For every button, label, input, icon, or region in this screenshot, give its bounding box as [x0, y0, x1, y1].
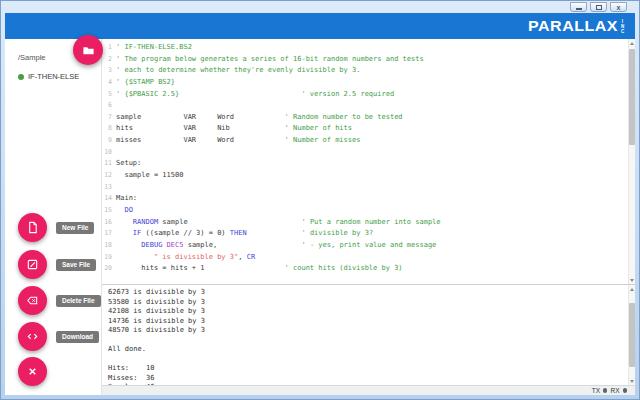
window-close-button[interactable]: x: [610, 2, 627, 12]
code-line[interactable]: 1' IF-THEN-ELSE.BS2: [102, 42, 635, 54]
save-file-fab[interactable]: [18, 250, 47, 279]
code-line[interactable]: 20 hits = hits + 1 ' count hits (divisbl…: [102, 263, 635, 275]
code-line[interactable]: 3' each to determine whether they're eve…: [102, 65, 635, 77]
app-window: x PARALLAX INC /Sample IF-THEN-ELSE: [0, 0, 640, 400]
code-line[interactable]: 15 DO: [102, 205, 635, 217]
code-line[interactable]: 11Setup:: [102, 158, 635, 170]
line-text: IF ((sample // 3) = 0) THEN ' divisible …: [116, 228, 373, 240]
tx-led-icon: [603, 388, 608, 393]
line-number: 6: [102, 100, 112, 112]
console-scroll-up-arrow[interactable]: [629, 285, 635, 293]
line-number: 11: [102, 158, 112, 170]
code-line[interactable]: 18 DEBUG DEC5 sample, ' - yes, print val…: [102, 240, 635, 252]
line-number: 10: [102, 147, 112, 159]
new-file-fab[interactable]: [18, 213, 47, 242]
window-controls: x: [570, 2, 627, 12]
delete-file-fab[interactable]: [18, 286, 47, 315]
console-line: [108, 336, 635, 346]
file-item-if-then-else[interactable]: IF-THEN-ELSE: [18, 72, 101, 81]
line-number: 14: [102, 193, 112, 205]
app-header: PARALLAX INC: [5, 13, 635, 39]
triangle-up-icon: [630, 288, 634, 291]
console-line: All done.: [108, 345, 635, 355]
line-number: 2: [102, 54, 112, 66]
line-number: 5: [102, 89, 112, 101]
close-button[interactable]: [18, 357, 47, 386]
code-line[interactable]: 8hits VAR Nib ' Number of hits: [102, 123, 635, 135]
line-number: 20: [102, 263, 112, 275]
brand-inc-text: INC: [620, 19, 625, 34]
file-active-dot-icon: [18, 74, 24, 80]
save-file-icon: [26, 258, 39, 271]
sidebar: /Sample IF-THEN-ELSE New File: [5, 39, 101, 395]
window-minimize-button[interactable]: [570, 2, 587, 12]
line-text: Main:: [116, 193, 137, 205]
new-file-label: New File: [56, 222, 94, 234]
triangle-up-icon: [630, 42, 634, 45]
folder-icon: [82, 44, 95, 57]
console-line: 53580 is divisible by 3: [108, 298, 635, 308]
code-lines: 1' IF-THEN-ELSE.BS22' The program below …: [102, 39, 635, 275]
file-name: IF-THEN-ELSE: [28, 72, 79, 81]
debug-console[interactable]: 62673 is divisible by 353580 is divisibl…: [102, 284, 635, 385]
editor-scroll-down-arrow[interactable]: [629, 276, 635, 284]
code-line[interactable]: 19 " is divisible by 3", CR: [102, 252, 635, 264]
rx-label: RX: [610, 387, 619, 394]
console-line: Samples: 46: [108, 383, 635, 385]
code-line[interactable]: 14Main:: [102, 193, 635, 205]
window-maximize-button[interactable]: [590, 2, 607, 12]
parallax-logo: PARALLAX INC: [528, 17, 625, 35]
code-line[interactable]: 10: [102, 147, 635, 159]
download-label: Download: [56, 331, 99, 343]
open-folder-button[interactable]: [73, 35, 103, 65]
editor-column: 1' IF-THEN-ELSE.BS22' The program below …: [101, 39, 635, 395]
code-line[interactable]: 2' The program below generates a series …: [102, 54, 635, 66]
code-line[interactable]: 7sample VAR Word ' Random number to be t…: [102, 112, 635, 124]
line-text: RANDOM sample ' Put a random number into…: [116, 217, 441, 229]
console-line: 48570 is divisible by 3: [108, 326, 635, 336]
delete-file-button[interactable]: Delete File: [18, 286, 101, 315]
code-line[interactable]: 16 RANDOM sample ' Put a random number i…: [102, 217, 635, 229]
app-frame: PARALLAX INC /Sample IF-THEN-ELSE: [5, 13, 635, 395]
line-number: 18: [102, 240, 112, 252]
close-fab[interactable]: [18, 357, 47, 386]
code-line[interactable]: 6: [102, 100, 635, 112]
code-line[interactable]: 5' {$PBASIC 2.5} ' version 2.5 required: [102, 89, 635, 101]
download-fab[interactable]: [18, 322, 47, 351]
console-line: 42108 is divisible by 3: [108, 307, 635, 317]
line-text: " is divisible by 3", CR: [116, 252, 255, 264]
download-code-icon: [26, 330, 39, 343]
line-text: ' {$PBASIC 2.5} ' version 2.5 required: [116, 89, 394, 101]
line-number: 15: [102, 205, 112, 217]
editor-scroll-up-arrow[interactable]: [629, 39, 635, 47]
code-editor[interactable]: 1' IF-THEN-ELSE.BS22' The program below …: [102, 39, 635, 284]
line-text: misses VAR Word ' Number of misses: [116, 135, 360, 147]
line-number: 12: [102, 170, 112, 182]
code-line[interactable]: 9misses VAR Word ' Number of misses: [102, 135, 635, 147]
code-line[interactable]: 4' {$STAMP BS2}: [102, 77, 635, 89]
download-button[interactable]: Download: [18, 322, 99, 351]
line-text: ' each to determine whether they're even…: [116, 65, 360, 77]
save-file-button[interactable]: Save File: [18, 250, 96, 279]
line-number: 13: [102, 182, 112, 194]
line-number: 1: [102, 42, 112, 54]
editor-scrollbar[interactable]: [628, 39, 635, 284]
window-titlebar[interactable]: x: [1, 1, 639, 13]
console-scroll-down-arrow[interactable]: [629, 377, 635, 385]
line-text: sample VAR Word ' Random number to be te…: [116, 112, 403, 124]
line-text: sample = 11500: [116, 170, 183, 182]
console-line: [108, 355, 635, 365]
code-line[interactable]: 17 IF ((sample // 3) = 0) THEN ' divisib…: [102, 228, 635, 240]
line-text: ' IF-THEN-ELSE.BS2: [116, 42, 192, 54]
new-file-button[interactable]: New File: [18, 213, 94, 242]
console-scrollbar-thumb[interactable]: [629, 303, 635, 367]
line-number: 17: [102, 228, 112, 240]
line-number: 3: [102, 65, 112, 77]
line-text: Setup:: [116, 158, 141, 170]
editor-scrollbar-thumb[interactable]: [629, 49, 635, 145]
code-line[interactable]: 13: [102, 182, 635, 194]
line-number: 7: [102, 112, 112, 124]
console-scrollbar[interactable]: [628, 285, 635, 385]
code-line[interactable]: 12 sample = 11500: [102, 170, 635, 182]
new-file-icon: [26, 221, 39, 234]
